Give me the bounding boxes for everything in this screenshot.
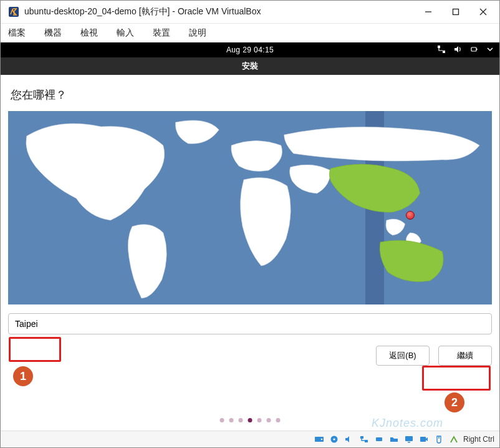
svg-rect-18 xyxy=(420,437,426,442)
svg-rect-15 xyxy=(376,437,382,441)
back-button[interactable]: 返回(B) xyxy=(376,346,430,366)
chevron-down-icon[interactable] xyxy=(486,45,494,56)
menu-help[interactable]: 說明 xyxy=(189,27,206,39)
location-pin xyxy=(406,211,415,220)
svg-rect-14 xyxy=(365,440,368,442)
svg-rect-13 xyxy=(360,436,363,439)
power-icon[interactable] xyxy=(469,45,478,56)
host-key-label: Right Ctrl xyxy=(463,435,494,444)
close-button[interactable] xyxy=(469,1,497,23)
menu-view[interactable]: 檢視 xyxy=(80,27,98,39)
network-icon[interactable] xyxy=(437,45,446,56)
shared-folder-icon[interactable] xyxy=(388,434,400,444)
ubuntu-top-bar: Aug 29 04:15 xyxy=(1,42,499,57)
recording-icon[interactable] xyxy=(418,434,430,444)
minimize-button[interactable] xyxy=(415,1,442,23)
step-dots xyxy=(220,418,281,422)
menu-machine[interactable]: 機器 xyxy=(44,27,62,39)
world-map[interactable] xyxy=(8,111,492,304)
callout-1: 1 xyxy=(13,366,33,386)
display-status-icon[interactable] xyxy=(403,434,415,444)
virtualbox-status-bar: Right Ctrl xyxy=(1,431,499,447)
menu-input[interactable]: 輸入 xyxy=(117,27,134,39)
net-status-icon[interactable] xyxy=(358,434,370,444)
virtualbox-icon xyxy=(8,6,19,17)
svg-rect-7 xyxy=(471,47,476,51)
keyboard-capture-icon[interactable] xyxy=(448,434,459,444)
menu-devices[interactable]: 裝置 xyxy=(153,27,170,39)
menu-file[interactable]: 檔案 xyxy=(8,27,26,39)
svg-rect-16 xyxy=(405,436,413,441)
svg-point-12 xyxy=(333,438,335,440)
svg-rect-8 xyxy=(476,49,478,50)
callout-2: 2 xyxy=(445,392,464,412)
installer-header: 安裝 xyxy=(1,57,499,75)
audio-status-icon[interactable] xyxy=(344,434,355,444)
timezone-input[interactable] xyxy=(8,313,492,334)
hdd-icon[interactable] xyxy=(314,434,325,444)
volume-icon[interactable] xyxy=(453,45,462,56)
svg-rect-17 xyxy=(408,442,410,443)
svg-point-10 xyxy=(321,439,323,441)
watermark: KJnotes.com xyxy=(372,417,443,430)
svg-rect-2 xyxy=(453,9,459,15)
mouse-integration-icon[interactable] xyxy=(433,434,445,444)
maximize-button[interactable] xyxy=(442,1,469,23)
usb-status-icon[interactable] xyxy=(373,434,385,444)
window-title: ubuntu-desktop-20_04-demo [執行中] - Oracle… xyxy=(24,6,415,17)
svg-rect-6 xyxy=(443,51,445,53)
clock[interactable]: Aug 29 04:15 xyxy=(226,46,274,54)
disc-icon[interactable] xyxy=(329,434,340,444)
svg-rect-5 xyxy=(438,46,440,48)
location-question: 您在哪裡？ xyxy=(11,87,492,102)
continue-button[interactable]: 繼續 xyxy=(438,346,492,366)
virtualbox-menu-bar: 檔案 機器 檢視 輸入 裝置 說明 xyxy=(1,24,499,42)
